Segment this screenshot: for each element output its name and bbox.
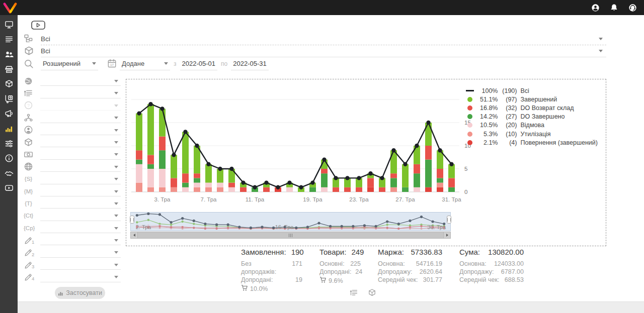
bar-segment[interactable] <box>136 183 142 192</box>
sidebar-item-settings[interactable] <box>0 136 18 151</box>
date-field-dropdown[interactable]: Додане <box>120 60 170 70</box>
status-group-select[interactable]: Всі <box>24 32 606 45</box>
bar-segment[interactable] <box>437 187 443 192</box>
filter-custom-4[interactable]: 4 <box>24 271 121 283</box>
total-point[interactable] <box>172 153 176 157</box>
bar-segment[interactable] <box>205 187 212 192</box>
bar-segment[interactable] <box>367 178 374 187</box>
bar-segment[interactable] <box>402 187 409 192</box>
bar-segment[interactable] <box>414 164 420 173</box>
bar-segment[interactable] <box>321 173 328 187</box>
bar-segment[interactable] <box>437 169 443 178</box>
product-select[interactable]: Всі <box>24 44 606 57</box>
filter-operator[interactable] <box>24 124 121 136</box>
bar-segment[interactable] <box>205 164 212 183</box>
bar-segment[interactable] <box>159 187 166 192</box>
bar-segment[interactable] <box>171 155 177 178</box>
legend-item[interactable]: 14.2%(27)DO Завершено <box>465 113 598 121</box>
navigator-right-handle[interactable] <box>447 216 451 224</box>
bar-segment[interactable] <box>217 183 223 187</box>
filter-payment[interactable] <box>24 148 121 160</box>
total-point[interactable] <box>426 121 430 125</box>
bar-segment[interactable] <box>147 169 154 187</box>
apply-button[interactable]: Застосувати <box>55 287 105 299</box>
filter-utm-source[interactable]: {S} <box>24 173 121 185</box>
bar-segment[interactable] <box>217 187 223 192</box>
bar-segment[interactable] <box>425 187 432 192</box>
legend-item[interactable]: 16.8%(32)DO Возврат склад <box>465 103 598 112</box>
total-point[interactable] <box>449 162 453 166</box>
search-mode-dropdown[interactable]: Розширений <box>41 60 98 70</box>
navigator-minichart[interactable]: 2. Тра16. Тра30. Тра <box>130 212 451 231</box>
total-point[interactable] <box>357 176 361 180</box>
bar-segment[interactable] <box>344 187 351 192</box>
bar-segment[interactable] <box>240 187 247 192</box>
date-to-input[interactable]: 2022-05-31 <box>231 60 269 70</box>
bar-segment[interactable] <box>171 178 177 187</box>
total-point[interactable] <box>137 111 141 115</box>
bar-segment[interactable] <box>182 183 189 187</box>
bar-segment[interactable] <box>147 187 154 192</box>
total-point[interactable] <box>368 171 372 175</box>
scroll-right-arrow[interactable] <box>444 232 450 238</box>
profile-button[interactable] <box>591 4 600 12</box>
total-point[interactable] <box>322 157 326 161</box>
orders-chart[interactable]: 3. Тра7. Тра11. Тра19. Тра23. Тра27. Тра… <box>129 82 481 208</box>
filter-custom-3[interactable]: 3 <box>24 259 121 271</box>
bar-segment[interactable] <box>425 160 432 187</box>
bar-segment[interactable] <box>182 132 189 173</box>
total-point[interactable] <box>206 162 210 166</box>
bar-segment[interactable] <box>448 178 455 187</box>
total-point[interactable] <box>334 176 338 180</box>
total-point[interactable] <box>183 130 187 134</box>
bar-segment[interactable] <box>205 183 212 187</box>
bar-segment[interactable] <box>414 173 420 187</box>
total-point[interactable] <box>264 180 268 184</box>
filter-utm-term[interactable]: {T} <box>24 197 121 210</box>
bar-segment[interactable] <box>321 169 328 173</box>
notifications-button[interactable] <box>610 4 618 12</box>
total-point[interactable] <box>415 144 419 148</box>
filter-custom-1[interactable]: 1 <box>24 234 121 246</box>
total-point[interactable] <box>148 102 152 106</box>
bar-segment[interactable] <box>448 187 455 192</box>
bar-segment[interactable] <box>194 178 200 182</box>
sidebar-item-analytics[interactable] <box>0 121 18 136</box>
bar-segment[interactable] <box>194 187 200 192</box>
total-point[interactable] <box>276 185 280 189</box>
filter-structure[interactable] <box>24 112 121 124</box>
filter-site[interactable] <box>24 161 121 173</box>
bar-segment[interactable] <box>414 187 420 192</box>
total-point[interactable] <box>391 148 395 152</box>
bar-segment[interactable] <box>159 169 166 187</box>
video-tutorial-button[interactable] <box>31 21 45 30</box>
sidebar-item-info[interactable] <box>0 151 18 166</box>
bar-segment[interactable] <box>194 173 200 178</box>
total-point[interactable] <box>345 176 349 180</box>
bar-segment[interactable] <box>147 164 154 169</box>
bar-segment[interactable] <box>182 187 189 192</box>
scrollbar-thumb[interactable] <box>137 232 444 238</box>
total-point[interactable] <box>299 185 303 189</box>
bar-segment[interactable] <box>136 164 142 183</box>
scroll-left-arrow[interactable] <box>131 232 137 238</box>
legend-item[interactable]: 2.1%(4)Повернення (завершений) <box>465 138 598 147</box>
bar-segment[interactable] <box>136 160 142 164</box>
bar-segment[interactable] <box>228 183 235 187</box>
sidebar-item-marketing[interactable] <box>0 107 18 122</box>
sidebar-item-products[interactable] <box>0 76 18 91</box>
orders-list-view-button[interactable] <box>350 288 358 297</box>
bar-segment[interactable] <box>321 187 328 192</box>
sidebar-item-clients[interactable] <box>0 47 18 62</box>
legend-item[interactable]: 51.1%(97)Завершений <box>465 95 598 103</box>
bar-segment[interactable] <box>390 173 397 178</box>
sidebar-item-supply[interactable] <box>0 91 18 107</box>
bar-segment[interactable] <box>147 104 154 155</box>
total-point[interactable] <box>195 144 199 148</box>
bar-segment[interactable] <box>171 187 177 192</box>
filter-country[interactable] <box>24 75 121 87</box>
filter-utm-medium[interactable]: {M} <box>24 185 121 197</box>
total-point[interactable] <box>218 167 222 171</box>
bar-segment[interactable] <box>379 187 385 192</box>
total-point[interactable] <box>229 167 233 171</box>
